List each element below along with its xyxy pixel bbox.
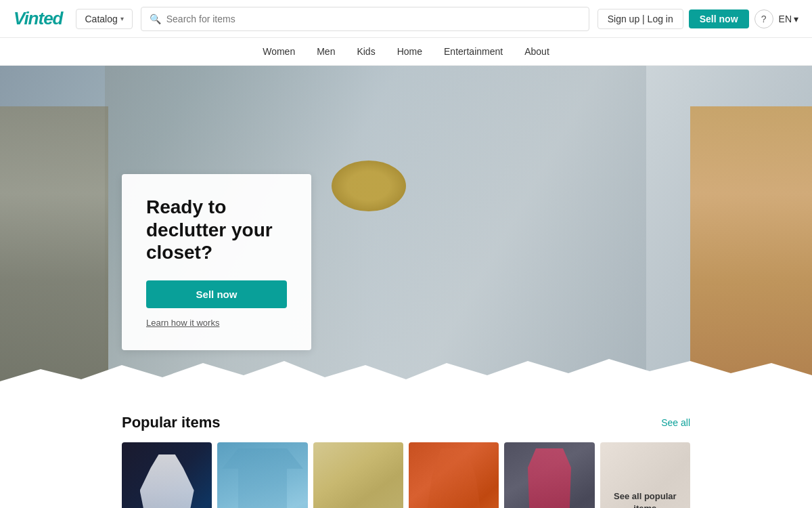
- see-all-popular-label: See all popular items: [600, 490, 690, 508]
- sidebar-item-kids[interactable]: Kids: [357, 46, 375, 57]
- chevron-down-icon: ▾: [120, 15, 124, 22]
- hero-shelf-decoration: [690, 106, 812, 398]
- hero-heading: Ready to declutter your closet?: [146, 196, 287, 264]
- lang-chevron-icon: ▾: [794, 14, 798, 24]
- hero-section: Ready to declutter your closet? Sell now…: [0, 66, 812, 398]
- help-button[interactable]: ?: [754, 9, 773, 28]
- sidebar-item-entertainment[interactable]: Entertainment: [444, 46, 503, 57]
- popular-item-3[interactable]: [313, 442, 403, 508]
- sidebar-item-women[interactable]: Women: [263, 46, 295, 57]
- sell-now-header-button[interactable]: Sell now: [689, 9, 749, 28]
- header-actions: Sign up | Log in Sell now ? EN ▾: [597, 9, 798, 29]
- sidebar-item-home[interactable]: Home: [397, 46, 422, 57]
- language-button[interactable]: EN ▾: [779, 14, 798, 24]
- popular-item-5[interactable]: [504, 442, 594, 508]
- header: Vinted Catalog ▾ 🔍 Sign up | Log in Sell…: [0, 0, 812, 38]
- see-all-link[interactable]: See all: [661, 417, 690, 428]
- signup-login-button[interactable]: Sign up | Log in: [597, 9, 683, 29]
- popular-item-4[interactable]: [409, 442, 499, 508]
- catalog-label: Catalog: [85, 14, 117, 24]
- search-icon: 🔍: [150, 14, 161, 24]
- hero-card: Ready to declutter your closet? Sell now…: [122, 174, 311, 350]
- items-grid: See all popular items: [122, 442, 690, 508]
- popular-header: Popular items See all: [122, 414, 690, 431]
- popular-item-2[interactable]: [217, 442, 307, 508]
- see-all-popular-card[interactable]: See all popular items: [600, 442, 690, 508]
- popular-item-1[interactable]: [122, 442, 212, 508]
- sidebar-item-about[interactable]: About: [524, 46, 549, 57]
- main-nav: Women Men Kids Home Entertainment About: [0, 38, 812, 66]
- hero-sell-now-button[interactable]: Sell now: [146, 280, 287, 308]
- language-label: EN: [779, 14, 792, 24]
- search-input[interactable]: [166, 14, 581, 24]
- popular-section: Popular items See all See all popular it…: [0, 398, 812, 508]
- sidebar-item-men[interactable]: Men: [317, 46, 335, 57]
- catalog-button[interactable]: Catalog ▾: [76, 9, 132, 29]
- hero-clothes-decoration: [0, 106, 108, 398]
- search-bar: 🔍: [141, 7, 589, 31]
- hero-learn-link[interactable]: Learn how it works: [146, 318, 219, 328]
- popular-title: Popular items: [122, 414, 220, 431]
- logo: Vinted: [14, 8, 62, 29]
